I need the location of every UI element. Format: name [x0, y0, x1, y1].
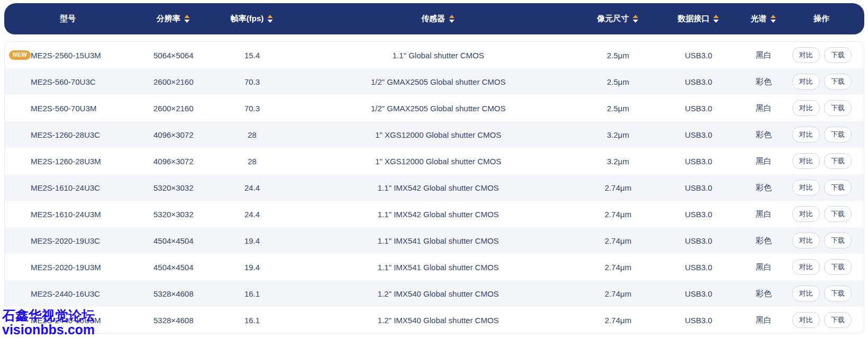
resolution-cell: 5320×3032 [132, 174, 215, 201]
actions-cell: 对比下载 [779, 148, 864, 174]
download-button[interactable]: 下载 [824, 206, 852, 222]
product-table-card: NEWME2S-2560-15U3M5064×506415.41.1" Glob… [4, 41, 864, 334]
download-button[interactable]: 下载 [824, 259, 852, 275]
spectrum-value: 黑白 [756, 315, 772, 324]
column-header-spectrum[interactable]: 光谱 [748, 3, 778, 34]
actions-cell: 对比下载 [779, 254, 864, 280]
column-label: 型号 [60, 14, 76, 24]
column-label: 操作 [813, 14, 829, 24]
download-button[interactable]: 下载 [824, 74, 852, 90]
pixel-size-cell: 2.74μm [587, 227, 649, 254]
resolution-cell: 4096×3072 [132, 121, 215, 148]
fps-cell: 28 [215, 121, 289, 148]
compare-button[interactable]: 对比 [792, 100, 820, 116]
column-header-interface[interactable]: 数据接口 [648, 3, 748, 34]
sort-icon [184, 15, 190, 23]
compare-button[interactable]: 对比 [792, 47, 820, 63]
sensor-value: 1/2" GMAX2505 Global shutter CMOS [371, 77, 506, 86]
resolution-value: 5320×3032 [154, 210, 194, 219]
model-cell: ME2S-560-70U3M [5, 95, 132, 121]
fps-value: 24.4 [244, 183, 259, 192]
sensor-cell: 1/2" GMAX2505 Global shutter CMOS [289, 68, 587, 95]
resolution-cell: 4504×4504 [132, 254, 215, 280]
pixel-size-cell: 2.5μm [587, 95, 649, 121]
resolution-value: 5328×4608 [154, 316, 194, 325]
resolution-cell: 2600×2160 [132, 68, 215, 95]
watermark-line2: visionbbs.com [2, 323, 95, 337]
compare-button[interactable]: 对比 [792, 233, 820, 248]
model-cell: ME2S-2020-19U3M [5, 254, 132, 280]
download-button[interactable]: 下载 [824, 233, 852, 248]
actions-cell: 对比下载 [779, 227, 864, 254]
fps-value: 16.1 [244, 289, 259, 298]
model-name: ME2S-560-70U3M [31, 104, 96, 113]
spectrum-value: 彩色 [756, 130, 772, 139]
sensor-cell: 1.2" IMX540 Global shutter CMOS [289, 307, 587, 333]
column-label: 数据接口 [678, 14, 710, 24]
resolution-value: 4504×4504 [154, 263, 194, 272]
header-row: 型号分辨率帧率(fps)传感器像元尺寸数据接口光谱操作 [4, 3, 864, 34]
interface-value: USB3.0 [685, 104, 712, 113]
download-button[interactable]: 下载 [824, 286, 852, 301]
compare-button[interactable]: 对比 [792, 153, 820, 169]
download-button[interactable]: 下载 [824, 180, 852, 195]
column-header-actions: 操作 [778, 3, 864, 34]
interface-value: USB3.0 [685, 157, 712, 166]
download-button[interactable]: 下载 [824, 312, 852, 328]
model-name: ME2S-560-70U3C [31, 77, 96, 86]
pixel-size-value: 2.5μm [607, 77, 629, 86]
download-button[interactable]: 下载 [824, 100, 852, 116]
compare-button[interactable]: 对比 [792, 74, 820, 90]
fps-value: 16.1 [244, 316, 259, 325]
interface-cell: USB3.0 [649, 121, 748, 148]
table-row: ME2S-1610-24U3M5320×303224.41.1" IMX542 … [5, 201, 864, 227]
fps-value: 28 [248, 130, 257, 139]
fps-value: 19.4 [244, 236, 259, 245]
spectrum-value: 黑白 [756, 50, 772, 59]
interface-value: USB3.0 [685, 289, 712, 298]
resolution-value: 2600×2160 [154, 104, 194, 113]
interface-value: USB3.0 [685, 236, 712, 245]
model-name: ME2S-2020-19U3M [31, 263, 101, 272]
pixel-size-value: 2.74μm [605, 289, 631, 298]
compare-button[interactable]: 对比 [792, 180, 820, 195]
actions-cell: 对比下载 [779, 280, 864, 307]
column-header-sensor[interactable]: 传感器 [289, 3, 587, 34]
interface-cell: USB3.0 [649, 95, 748, 121]
pixel-size-cell: 3.2μm [587, 121, 649, 148]
new-badge: NEW [9, 50, 31, 60]
sensor-value: 1.2" IMX540 Global shutter CMOS [378, 316, 499, 325]
fps-cell: 16.1 [215, 307, 289, 333]
interface-value: USB3.0 [685, 316, 712, 325]
interface-cell: USB3.0 [649, 201, 748, 227]
pixel-size-value: 2.74μm [605, 210, 631, 219]
watermark: 石鑫华视觉论坛 visionbbs.com [2, 308, 95, 337]
sensor-cell: 1.1" IMX542 Global shutter CMOS [289, 174, 587, 201]
column-header-fps[interactable]: 帧率(fps) [214, 3, 289, 34]
download-button[interactable]: 下载 [824, 153, 852, 169]
sensor-cell: 1.2" IMX540 Global shutter CMOS [289, 280, 587, 307]
fps-cell: 16.1 [215, 280, 289, 307]
pixel-size-value: 3.2μm [607, 157, 629, 166]
interface-value: USB3.0 [685, 77, 712, 86]
spectrum-cell: 黑白 [748, 307, 779, 333]
model-name: ME2S-1610-24U3M [31, 210, 101, 219]
compare-button[interactable]: 对比 [792, 286, 820, 301]
download-button[interactable]: 下载 [824, 127, 852, 143]
column-header-resolution[interactable]: 分辨率 [131, 3, 214, 34]
spectrum-cell: 黑白 [748, 254, 779, 280]
compare-button[interactable]: 对比 [792, 259, 820, 275]
pixel-size-cell: 2.74μm [587, 174, 649, 201]
fps-cell: 19.4 [215, 227, 289, 254]
sensor-value: 1.1" IMX542 Global shutter CMOS [378, 210, 499, 219]
column-header-pixel_size[interactable]: 像元尺寸 [587, 3, 648, 34]
sensor-cell: 1" XGS12000 Global shutter CMOS [289, 148, 587, 174]
pixel-size-value: 2.74μm [605, 316, 631, 325]
model-cell: NEWME2S-2560-15U3M [5, 42, 132, 68]
download-button[interactable]: 下载 [824, 47, 852, 63]
table-row: ME2S-560-70U3M2600×216070.31/2" GMAX2505… [5, 95, 864, 121]
compare-button[interactable]: 对比 [792, 206, 820, 222]
compare-button[interactable]: 对比 [792, 312, 820, 328]
spectrum-cell: 黑白 [748, 95, 779, 121]
compare-button[interactable]: 对比 [792, 127, 820, 143]
